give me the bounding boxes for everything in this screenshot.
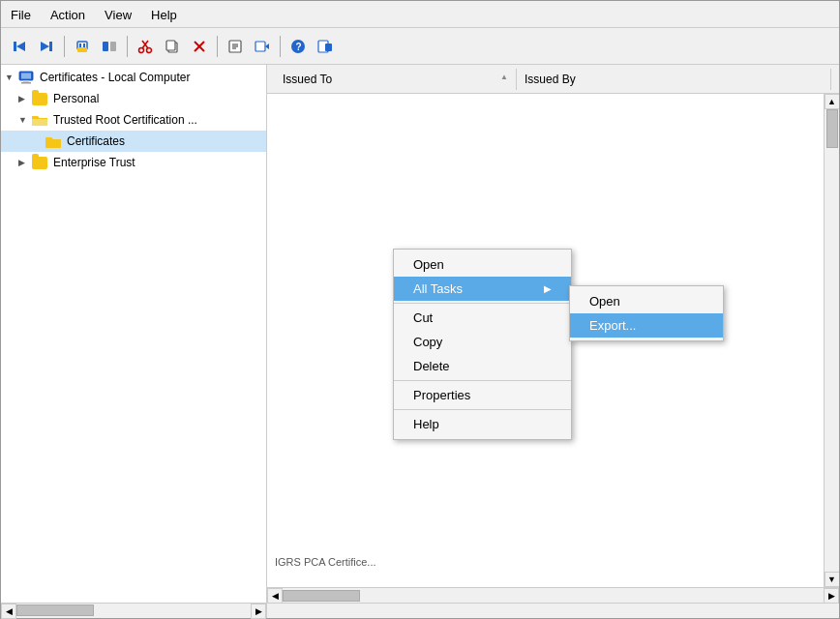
folder-icon-personal <box>32 92 49 105</box>
right-inner: IGRS PCA Certifice... Open All Tasks ▶ <box>267 94 839 587</box>
svg-rect-15 <box>166 41 175 50</box>
folder-icon-trusted <box>32 113 49 127</box>
arrow-enterprise: ▶ <box>18 158 32 167</box>
forward-button[interactable] <box>34 34 59 59</box>
arrow-personal: ▶ <box>18 94 32 103</box>
svg-rect-22 <box>255 42 265 51</box>
tree-h-scroll-left[interactable]: ◀ <box>1 604 16 619</box>
menubar: File Action View Help <box>1 1 839 28</box>
all-tasks-arrow: ▶ <box>544 283 552 294</box>
col-header-issued-by[interactable]: Issued By <box>517 69 831 90</box>
right-horizontal-scrollbar: ◀ ▶ <box>267 587 839 603</box>
menu-action[interactable]: Action <box>46 6 89 24</box>
arrow-root: ▼ <box>5 73 18 82</box>
tree-item-personal[interactable]: ▶ Personal <box>1 88 266 109</box>
menu-file[interactable]: File <box>7 6 35 24</box>
delete-button[interactable] <box>187 34 212 59</box>
right-vertical-scrollbar: ▲ ▼ <box>824 94 839 587</box>
ext-button[interactable] <box>313 34 338 59</box>
cut-button[interactable] <box>133 34 158 59</box>
tree-item-trusted[interactable]: ▼ Trusted Root Certification ... <box>1 109 266 131</box>
tree-panel[interactable]: ▼ Certificates - Local Computer ▶ <box>1 65 267 603</box>
context-menu-overlay: Open All Tasks ▶ Cut Copy <box>267 94 824 587</box>
tree-h-track[interactable] <box>16 604 251 617</box>
main-content: ▼ Certificates - Local Computer ▶ <box>1 65 839 603</box>
right-content[interactable]: IGRS PCA Certifice... Open All Tasks ▶ <box>267 94 824 587</box>
tree-h-scroll-right[interactable]: ▶ <box>251 604 266 619</box>
h-scrollbar-track[interactable] <box>283 589 824 603</box>
svg-marker-23 <box>265 44 269 49</box>
arrow-trusted: ▼ <box>18 115 32 125</box>
bottom-scrollbar-row: ◀ ▶ <box>1 603 839 618</box>
bottom-right-fill <box>267 604 839 618</box>
svg-rect-30 <box>23 80 29 82</box>
computer-icon <box>18 71 36 84</box>
submenu: Open Export... <box>569 285 724 341</box>
svg-rect-9 <box>110 42 116 51</box>
tree-label-trusted: Trusted Root Certification ... <box>53 113 197 127</box>
tree-h-scrollbar: ◀ ▶ <box>1 604 267 618</box>
h-scroll-right-btn[interactable]: ▶ <box>824 588 839 604</box>
h-scroll-left-btn[interactable]: ◀ <box>267 588 283 604</box>
tree-item-enterprise[interactable]: ▶ Enterprise Trust <box>1 152 266 173</box>
svg-text:?: ? <box>296 42 302 52</box>
sep1 <box>64 36 65 57</box>
svg-rect-5 <box>77 47 87 52</box>
sep4 <box>280 36 281 57</box>
v-scroll-up-btn[interactable]: ▲ <box>825 94 840 109</box>
menu-item-delete[interactable]: Delete <box>394 354 571 378</box>
menu-item-all-tasks[interactable]: All Tasks ▶ <box>394 277 571 301</box>
tree-label-enterprise: Enterprise Trust <box>53 156 135 169</box>
context-menu: Open All Tasks ▶ Cut Copy <box>393 249 572 440</box>
v-scroll-down-btn[interactable]: ▼ <box>825 572 840 587</box>
export-button[interactable] <box>250 34 275 59</box>
svg-point-12 <box>139 47 144 52</box>
svg-rect-1 <box>14 42 16 51</box>
sep2 <box>127 36 128 57</box>
back-button[interactable] <box>7 34 32 59</box>
column-header-row: Issued To ▲ Issued By <box>267 65 839 94</box>
tree-items: ▼ Certificates - Local Computer ▶ <box>1 65 266 175</box>
up-button[interactable] <box>70 34 95 59</box>
menu-help[interactable]: Help <box>147 6 181 24</box>
copy-button[interactable] <box>160 34 185 59</box>
help-button[interactable]: ? <box>285 34 311 59</box>
folder-icon-enterprise <box>32 156 49 169</box>
submenu-item-export[interactable]: Export... <box>570 313 723 338</box>
menu-item-properties[interactable]: Properties <box>394 383 571 407</box>
svg-rect-3 <box>49 42 52 51</box>
tree-root[interactable]: ▼ Certificates - Local Computer <box>1 67 266 88</box>
sep3 <box>217 36 218 57</box>
tree-item-certificates[interactable]: ▶ Certificates <box>1 131 266 152</box>
svg-point-13 <box>147 47 152 52</box>
svg-rect-29 <box>21 74 31 79</box>
properties-button[interactable] <box>223 34 248 59</box>
v-scrollbar-thumb[interactable] <box>826 109 838 148</box>
menu-item-cut[interactable]: Cut <box>394 306 571 330</box>
h-scrollbar-thumb[interactable] <box>283 590 360 602</box>
right-panel: Issued To ▲ Issued By IGRS PCA Certifice… <box>267 65 839 603</box>
tree-label-certs: Certificates <box>67 134 125 148</box>
svg-rect-8 <box>103 42 108 51</box>
show-hide-button[interactable] <box>97 34 122 59</box>
svg-marker-2 <box>41 42 49 51</box>
tree-root-label: Certificates - Local Computer <box>40 71 190 84</box>
svg-rect-27 <box>325 44 332 51</box>
menu-sep3 <box>394 409 571 410</box>
menu-sep2 <box>394 380 571 381</box>
folder-icon-certs <box>45 134 63 148</box>
col-header-issued-to[interactable]: Issued To ▲ <box>275 69 517 90</box>
toolbar: ? <box>1 28 839 65</box>
menu-item-copy[interactable]: Copy <box>394 330 571 354</box>
menu-item-open[interactable]: Open <box>394 252 571 277</box>
v-scrollbar-track[interactable] <box>825 109 839 572</box>
menu-view[interactable]: View <box>101 6 135 24</box>
tree-h-thumb[interactable] <box>16 604 94 616</box>
menu-item-help[interactable]: Help <box>394 412 571 436</box>
svg-rect-7 <box>83 44 85 47</box>
tree-label-personal: Personal <box>53 92 99 105</box>
svg-rect-6 <box>79 44 81 47</box>
svg-rect-31 <box>21 82 31 84</box>
submenu-item-open[interactable]: Open <box>570 289 723 313</box>
main-window: File Action View Help <box>0 0 840 619</box>
